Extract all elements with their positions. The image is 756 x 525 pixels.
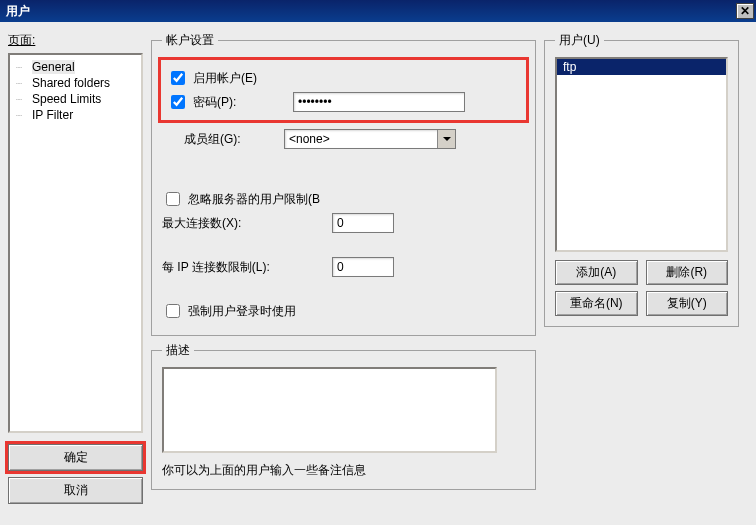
cancel-button[interactable]: 取消 <box>8 477 143 504</box>
close-button[interactable]: ✕ <box>736 3 754 19</box>
password-input[interactable] <box>293 92 465 112</box>
password-checkbox[interactable] <box>171 95 185 109</box>
tree-connector-icon: ┈ <box>16 110 32 121</box>
remove-user-button[interactable]: 删除(R) <box>646 260 729 285</box>
max-conn-input[interactable] <box>332 213 394 233</box>
rename-user-button[interactable]: 重命名(N) <box>555 291 638 316</box>
enable-account-label: 启用帐户(E) <box>193 70 257 87</box>
window-title: 用户 <box>6 3 30 20</box>
ok-button[interactable]: 确定 <box>8 444 143 471</box>
password-label: 密码(P): <box>193 94 293 111</box>
dialog-content: 页面: ┈ General ┈ Shared folders ┈ Speed L… <box>0 22 756 525</box>
add-user-button[interactable]: 添加(A) <box>555 260 638 285</box>
per-ip-input[interactable] <box>332 257 394 277</box>
member-group-value[interactable] <box>284 129 456 149</box>
account-settings-legend: 帐户设置 <box>162 32 218 49</box>
force-login-checkbox[interactable] <box>166 304 180 318</box>
limits-section: 忽略服务器的用户限制(B 最大连接数(X): 每 IP 连接数限制(L): 强制… <box>162 189 525 321</box>
description-textarea[interactable] <box>162 367 497 453</box>
tree-connector-icon: ┈ <box>16 78 32 89</box>
per-ip-label: 每 IP 连接数限制(L): <box>162 259 332 276</box>
member-group-label: 成员组(G): <box>184 131 284 148</box>
tree-connector-icon: ┈ <box>16 62 32 73</box>
users-legend: 用户(U) <box>555 32 604 49</box>
middle-column: 帐户设置 启用帐户(E) 密码(P): 成员组(G): <box>151 32 536 515</box>
user-buttons-grid: 添加(A) 删除(R) 重命名(N) 复制(Y) <box>555 260 728 316</box>
page-item-general[interactable]: ┈ General <box>12 59 139 75</box>
pages-label: 页面: <box>8 32 143 49</box>
bypass-limit-label: 忽略服务器的用户限制(B <box>188 191 320 208</box>
titlebar: 用户 ✕ <box>0 0 756 22</box>
page-item-speed-limits[interactable]: ┈ Speed Limits <box>12 91 139 107</box>
bypass-limit-checkbox[interactable] <box>166 192 180 206</box>
description-group: 描述 你可以为上面的用户输入一些备注信息 <box>151 342 536 490</box>
users-list[interactable]: ftp <box>555 57 728 252</box>
force-login-label: 强制用户登录时使用 <box>188 303 296 320</box>
description-hint: 你可以为上面的用户输入一些备注信息 <box>162 462 525 479</box>
dropdown-arrow-icon[interactable] <box>437 130 455 148</box>
close-icon: ✕ <box>740 4 750 18</box>
account-settings-group: 帐户设置 启用帐户(E) 密码(P): 成员组(G): <box>151 32 536 336</box>
description-legend: 描述 <box>162 342 194 359</box>
users-group: 用户(U) ftp 添加(A) 删除(R) 重命名(N) 复制(Y) <box>544 32 739 327</box>
member-group-select[interactable] <box>284 129 456 149</box>
left-column: 页面: ┈ General ┈ Shared folders ┈ Speed L… <box>8 32 143 515</box>
copy-user-button[interactable]: 复制(Y) <box>646 291 729 316</box>
max-conn-label: 最大连接数(X): <box>162 215 332 232</box>
enable-account-checkbox[interactable] <box>171 71 185 85</box>
highlighted-credentials-box: 启用帐户(E) 密码(P): <box>158 57 529 123</box>
svg-marker-0 <box>443 137 451 141</box>
user-list-item[interactable]: ftp <box>557 59 726 75</box>
right-column: 用户(U) ftp 添加(A) 删除(R) 重命名(N) 复制(Y) <box>544 32 739 515</box>
tree-connector-icon: ┈ <box>16 94 32 105</box>
page-item-shared-folders[interactable]: ┈ Shared folders <box>12 75 139 91</box>
page-item-ip-filter[interactable]: ┈ IP Filter <box>12 107 139 123</box>
pages-list[interactable]: ┈ General ┈ Shared folders ┈ Speed Limit… <box>8 53 143 433</box>
